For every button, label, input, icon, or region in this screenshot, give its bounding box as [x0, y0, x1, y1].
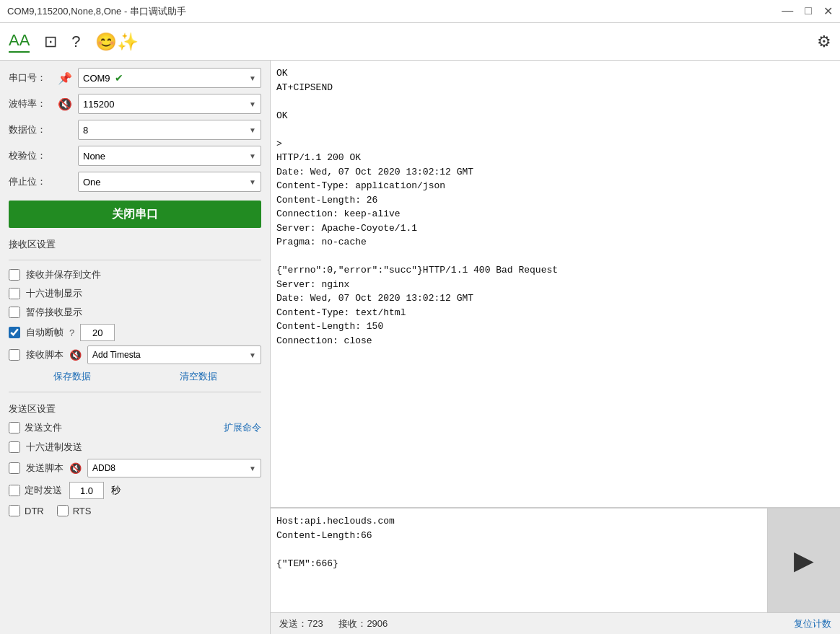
pause-display-checkbox[interactable]	[9, 307, 20, 318]
send-script-row: 发送脚本 🔇 ADD8 ▼	[9, 459, 261, 477]
hex-send-row: 十六进制发送	[9, 440, 261, 454]
stop-bits-row: 停止位： One ▼	[9, 172, 261, 192]
rts-checkbox[interactable]	[57, 505, 69, 516]
auto-frame-input[interactable]: 20	[80, 324, 115, 341]
pause-display-row: 暂停接收显示	[9, 305, 261, 320]
status-bar: 发送：723 接收：2906 复位计数	[271, 612, 840, 634]
receive-area[interactable]: OK AT+CIPSEND OK > HTTP/1.1 200 OK Date:…	[271, 61, 840, 508]
save-data-link[interactable]: 保存数据	[53, 370, 91, 383]
send-script-select[interactable]: ADD8 ▼	[87, 459, 261, 477]
divider	[9, 260, 261, 260]
serial-port-row: 串口号： 📌 COM9 ✔ ▼	[9, 68, 261, 88]
auto-frame-row: 自动断帧 ? 20	[9, 324, 261, 341]
baud-rate-value: 115200	[83, 99, 114, 110]
send-script-icon: 🔇	[69, 462, 82, 474]
emoji-icon[interactable]: 😊✨	[95, 32, 139, 52]
save-to-file-row: 接收并保存到文件	[9, 268, 261, 282]
close-serial-button[interactable]: 关闭串口	[9, 201, 261, 228]
send-label: 发送：	[279, 618, 307, 629]
rts-label: RTS	[73, 506, 92, 516]
chevron-down-icon: ▼	[249, 100, 256, 108]
left-panel: 串口号： 📌 COM9 ✔ ▼ 波特率： 🔇 115200 ▼ 数据位：	[0, 61, 271, 634]
parity-select[interactable]: None ▼	[78, 146, 261, 166]
spacer-icon	[56, 173, 74, 190]
save-to-file-checkbox[interactable]	[9, 269, 20, 281]
data-bits-select[interactable]: 8 ▼	[78, 120, 261, 140]
pause-display-label: 暂停接收显示	[26, 306, 82, 319]
send-button[interactable]: ▶	[768, 508, 840, 612]
crop-icon[interactable]: ⊡	[44, 32, 57, 51]
auto-frame-checkbox[interactable]	[9, 327, 20, 338]
send-area-container: Host:api.heclouds.com Content-Length:66 …	[271, 508, 840, 612]
hex-display-row: 十六进制显示	[9, 286, 261, 301]
timed-send-checkbox[interactable]	[9, 485, 20, 496]
check-icon: ✔	[115, 72, 123, 84]
parity-label: 校验位：	[9, 149, 52, 162]
save-to-file-label: 接收并保存到文件	[26, 268, 101, 281]
chevron-down-icon: ▼	[249, 351, 256, 359]
send-arrow-icon: ▶	[794, 545, 814, 576]
receive-value: 2906	[367, 618, 388, 629]
send-file-label: 发送文件	[25, 421, 62, 434]
send-script-label: 发送脚本	[26, 462, 64, 475]
help-icon[interactable]: ?	[71, 32, 80, 51]
status-bar-left: 发送：723 接收：2906	[279, 617, 388, 630]
send-value: 723	[307, 618, 323, 629]
parity-row: 校验位： None ▼	[9, 146, 261, 166]
receive-script-select[interactable]: Add Timesta ▼	[87, 345, 261, 364]
baud-rate-row: 波特率： 🔇 115200 ▼	[9, 94, 261, 114]
chevron-down-icon: ▼	[249, 465, 256, 472]
title-bar: COM9,115200,None,8,One - 串口调试助手 — □ ✕	[0, 0, 840, 23]
serial-port-label: 串口号：	[9, 71, 52, 84]
chevron-down-icon: ▼	[249, 126, 256, 134]
question-mark: ?	[69, 327, 74, 338]
data-bits-label: 数据位：	[9, 123, 52, 136]
chevron-down-icon: ▼	[249, 74, 256, 82]
chevron-down-icon: ▼	[249, 152, 256, 160]
timed-send-input[interactable]	[69, 482, 104, 499]
dtr-label: DTR	[25, 506, 44, 516]
extend-cmd-link[interactable]: 扩展命令	[224, 421, 261, 434]
stop-bits-select[interactable]: One ▼	[78, 172, 261, 192]
send-script-checkbox[interactable]	[9, 462, 20, 474]
main-content: 串口号： 📌 COM9 ✔ ▼ 波特率： 🔇 115200 ▼ 数据位：	[0, 61, 840, 634]
send-file-checkbox[interactable]	[9, 422, 20, 433]
chevron-down-icon: ▼	[249, 178, 256, 186]
timed-send-label: 定时发送	[25, 484, 62, 497]
parity-value: None	[83, 151, 105, 162]
divider2	[9, 392, 261, 392]
serial-port-value: COM9	[83, 73, 110, 84]
stop-bits-label: 停止位：	[9, 175, 52, 188]
hex-send-label: 十六进制发送	[26, 441, 82, 454]
pin-icon: 📌	[56, 69, 74, 87]
hex-send-checkbox[interactable]	[9, 441, 20, 453]
data-bits-value: 8	[83, 125, 88, 136]
receive-script-checkbox[interactable]	[9, 349, 20, 361]
baud-rate-select[interactable]: 115200 ▼	[78, 94, 261, 114]
send-textarea[interactable]: Host:api.heclouds.com Content-Length:66 …	[271, 508, 768, 612]
window-controls: — □ ✕	[782, 4, 833, 18]
gear-icon[interactable]: ⚙	[817, 32, 831, 51]
font-icon[interactable]: AA	[9, 31, 30, 53]
receive-script-row: 接收脚本 🔇 Add Timesta ▼	[9, 345, 261, 364]
clear-data-link[interactable]: 清空数据	[180, 370, 217, 383]
timed-send-unit: 秒	[111, 484, 121, 497]
hex-display-checkbox[interactable]	[9, 288, 20, 299]
timed-send-row: 定时发送 秒	[9, 482, 261, 499]
mic-icon: 🔇	[56, 95, 74, 113]
dtr-checkbox[interactable]	[9, 505, 20, 516]
auto-frame-label: 自动断帧	[26, 326, 64, 339]
receive-script-label: 接收脚本	[26, 348, 64, 361]
dtr-rts-row: DTR RTS	[9, 505, 261, 516]
toolbar-left: AA ⊡ ? 😊✨	[9, 31, 139, 53]
window-title: COM9,115200,None,8,One - 串口调试助手	[7, 5, 186, 18]
spacer-icon	[56, 147, 74, 164]
send-script-value: ADD8	[92, 463, 115, 473]
right-panel: OK AT+CIPSEND OK > HTTP/1.1 200 OK Date:…	[271, 61, 840, 634]
toolbar: AA ⊡ ? 😊✨ ⚙	[0, 23, 840, 61]
reset-count-link[interactable]: 复位计数	[794, 617, 831, 630]
minimize-button[interactable]: —	[782, 4, 793, 18]
maximize-button[interactable]: □	[805, 4, 812, 18]
serial-port-select[interactable]: COM9 ✔ ▼	[78, 68, 261, 88]
close-button[interactable]: ✕	[823, 4, 833, 18]
